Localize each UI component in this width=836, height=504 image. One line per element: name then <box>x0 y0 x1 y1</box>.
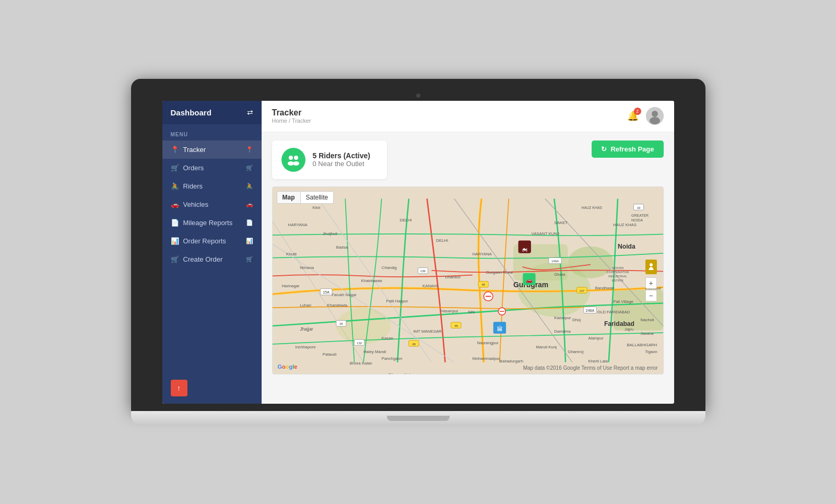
page-body: 5 Riders (Active) 0 Near the Outlet ↻ Re… <box>262 132 674 404</box>
svg-text:48: 48 <box>412 342 416 345</box>
svg-text:Jasana: Jasana <box>640 331 654 336</box>
svg-text:132: 132 <box>357 341 362 344</box>
svg-text:🚗: 🚗 <box>525 277 533 284</box>
order-reports-icon: 📊 <box>171 237 179 245</box>
svg-text:Inchhapore: Inchhapore <box>295 345 315 349</box>
svg-point-1 <box>652 111 658 117</box>
sidebar-item-create-order[interactable]: 🛒 Create Order 🛒 <box>162 250 262 268</box>
svg-text:248A: 248A <box>585 309 594 312</box>
mileage-icon: 📄 <box>171 219 179 227</box>
orders-sub-icon: 🛒 <box>246 165 253 171</box>
svg-text:Ghamroj: Ghamroj <box>568 349 583 354</box>
svg-text:Khutti: Khutti <box>286 252 297 256</box>
stats-near-outlet: 0 Near the Outlet <box>313 160 370 168</box>
sidebar-item-vehicles[interactable]: 🚗 Vehicles 🚗 <box>162 195 262 214</box>
map-type-satellite[interactable]: Satellite <box>301 191 334 204</box>
svg-text:Alampur: Alampur <box>588 336 603 341</box>
mileage-sub-icon: 📄 <box>246 219 253 226</box>
riders-sub-icon: 🚴 <box>246 183 253 190</box>
svg-text:Kasan: Kasan <box>381 336 393 341</box>
svg-text:ESTATE: ESTATE <box>611 278 623 282</box>
refresh-icon: ↻ <box>601 145 607 153</box>
svg-point-113 <box>650 263 653 266</box>
svg-text:19: 19 <box>637 205 640 209</box>
svg-point-4 <box>294 156 298 160</box>
svg-text:15A: 15A <box>323 290 329 294</box>
create-order-icon: 🛒 <box>171 255 179 263</box>
street-view-button[interactable] <box>645 260 657 274</box>
zoom-in-button[interactable]: + <box>645 277 657 289</box>
laptop-hinge <box>387 416 450 421</box>
svg-text:Dhankot: Dhankot <box>445 274 461 279</box>
svg-text:Ghata: Ghata <box>554 272 566 277</box>
svg-text:Jajru: Jajru <box>625 326 633 331</box>
map-svg: Gurugram Noida Faridabad Jhajjar Farukh … <box>273 187 663 374</box>
stats-icon-circle <box>281 148 305 172</box>
svg-text:Haley Mandi: Haley Mandi <box>363 349 386 354</box>
scroll-top-button[interactable]: ↑ <box>171 380 187 396</box>
map-type-buttons: Map Satellite <box>277 191 334 204</box>
sidebar-item-order-reports[interactable]: 📊 Order Reports 📊 <box>162 232 262 250</box>
svg-text:137: 137 <box>579 288 585 292</box>
svg-text:Badsa: Badsa <box>336 245 348 250</box>
zoom-out-button[interactable]: − <box>645 290 657 301</box>
stats-text: 5 Riders (Active) 0 Near the Outlet <box>313 151 370 168</box>
sidebar-item-riders[interactable]: 🚴 Riders 🚴 <box>162 177 262 195</box>
sidebar-item-label-order-reports: Order Reports <box>183 237 226 245</box>
notification-bell[interactable]: 🔔 2 <box>627 110 639 122</box>
svg-text:Mohammadpur: Mohammadpur <box>472 356 500 361</box>
create-order-sub-icon: 🛒 <box>246 256 253 263</box>
sidebar-item-orders[interactable]: 🛒 Orders 🛒 <box>162 159 262 177</box>
vehicles-icon: 🚗 <box>171 201 179 208</box>
svg-text:🏛: 🏛 <box>496 325 502 332</box>
svg-text:Bandhwari: Bandhwari <box>595 286 614 290</box>
svg-text:OLD FARIDABAD: OLD FARIDABAD <box>597 309 630 314</box>
sidebar-item-tracker[interactable]: 📍 Tracker 📍 <box>162 140 262 159</box>
svg-point-2 <box>650 117 660 124</box>
map-type-map[interactable]: Map <box>277 191 301 204</box>
sidebar-title: Dashboard <box>171 108 211 117</box>
svg-text:Kadarpur: Kadarpur <box>554 315 571 320</box>
tracker-icon: 📍 <box>171 146 179 154</box>
sidebar-footer: ↑ <box>162 372 262 404</box>
svg-text:HAUZ KHAS: HAUZ KHAS <box>613 222 637 227</box>
laptop-screen: Dashboard ⇄ MENU 📍 Tracker 📍 <box>162 101 674 404</box>
svg-text:Dhoj: Dhoj <box>572 318 581 322</box>
svg-text:26: 26 <box>339 322 343 325</box>
svg-text:INDUSTRIAL: INDUSTRIAL <box>608 274 627 277</box>
svg-text:Kherti Lala: Kherti Lala <box>588 358 608 363</box>
svg-text:GREATER: GREATER <box>631 214 649 217</box>
svg-text:136: 136 <box>420 269 426 273</box>
svg-text:Jhajjar: Jhajjar <box>300 326 313 331</box>
sidebar-item-mileage-reports[interactable]: 📄 Mileage Reports 📄 <box>162 214 262 232</box>
sidebar-item-label-orders: Orders <box>183 164 204 172</box>
refresh-page-button[interactable]: ↻ Refresh Page <box>592 140 663 158</box>
svg-text:VASANT KUNJ: VASANT KUNJ <box>531 231 559 236</box>
breadcrumb: Home / Tracker <box>272 118 311 124</box>
sidebar: Dashboard ⇄ MENU 📍 Tracker 📍 <box>162 101 262 404</box>
svg-text:Sihi: Sihi <box>468 310 475 314</box>
map-container[interactable]: Gurugram Noida Faridabad Jhajjar Farukh … <box>272 186 664 374</box>
main-content: Tracker Home / Tracker 🔔 2 <box>262 101 674 404</box>
svg-text:COOPERATIVE: COOPERATIVE <box>606 270 629 274</box>
svg-text:Gurgaon Rural: Gurgaon Rural <box>486 269 513 274</box>
svg-text:Panchgaon: Panchgaon <box>381 356 402 361</box>
svg-text:48: 48 <box>481 283 485 286</box>
avatar[interactable] <box>646 107 664 125</box>
menu-label: MENU <box>162 124 262 140</box>
svg-text:HARYANA: HARYANA <box>472 252 492 256</box>
svg-rect-7 <box>273 198 663 362</box>
svg-text:Jhuljhuli: Jhuljhuli <box>322 231 337 236</box>
svg-text:Harinagar: Harinagar <box>281 284 300 288</box>
map-background: Gurugram Noida Faridabad Jhajjar Farukh … <box>273 187 663 374</box>
sidebar-item-label-tracker: Tracker <box>183 146 206 154</box>
screen-bezel: Dashboard ⇄ MENU 📍 Tracker 📍 <box>131 79 705 411</box>
vehicles-sub-icon: 🚗 <box>246 201 253 208</box>
sidebar-toggle-icon[interactable]: ⇄ <box>247 108 253 116</box>
app-container: Dashboard ⇄ MENU 📍 Tracker 📍 <box>162 101 674 404</box>
breadcrumb-home[interactable]: Home <box>272 118 287 124</box>
svg-text:Maruti Kunj: Maruti Kunj <box>536 345 557 349</box>
sidebar-item-label-vehicles: Vehicles <box>183 201 208 208</box>
sidebar-item-label-create-order: Create Order <box>183 255 223 263</box>
svg-text:Farukh Nagar: Farukh Nagar <box>332 292 357 297</box>
